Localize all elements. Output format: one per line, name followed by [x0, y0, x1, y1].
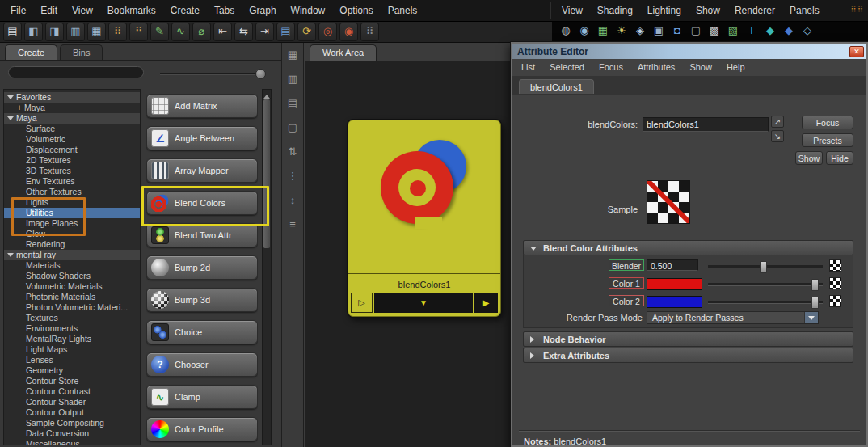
- section-blend-color-attributes[interactable]: Blend Color Attributes: [523, 240, 853, 255]
- scrollbar[interactable]: [262, 89, 272, 445]
- select-output-connection-icon[interactable]: ↗: [771, 116, 784, 128]
- color1-slider[interactable]: [708, 283, 823, 286]
- tree-item-materials[interactable]: Materials: [4, 260, 140, 271]
- tab-bins[interactable]: Bins: [60, 44, 103, 61]
- menu-create[interactable]: Create: [163, 0, 207, 20]
- connect-nodes-icon[interactable]: ∿: [171, 23, 190, 41]
- refresh-swatches-icon[interactable]: ⟳: [297, 23, 316, 41]
- node-button-chooser[interactable]: ? Chooser: [146, 352, 258, 377]
- textured-view-icon[interactable]: ▦: [595, 23, 611, 40]
- color1-map-checker-icon[interactable]: [829, 277, 841, 289]
- panel-menu-lighting[interactable]: Lighting: [640, 0, 689, 20]
- edit-pen-icon[interactable]: ✎: [150, 23, 169, 41]
- sort-order-icon[interactable]: ⇅: [285, 145, 300, 158]
- blender-map-checker-icon[interactable]: [829, 259, 841, 272]
- color1-swatch[interactable]: [647, 278, 702, 290]
- input-output-connections-icon[interactable]: ⇆: [234, 23, 253, 41]
- tree-item-utilities[interactable]: Utilities: [4, 208, 140, 218]
- blender-attribute-chip[interactable]: Blender: [609, 259, 644, 271]
- tree-item-lenses[interactable]: Lenses: [4, 355, 140, 365]
- create-new-document-icon[interactable]: ▤: [3, 23, 22, 41]
- use-lighting-icon[interactable]: ☀: [613, 23, 630, 40]
- swatch-grid-icon[interactable]: ⠿: [108, 23, 127, 41]
- tree-item-3d-textures[interactable]: 3D Textures: [4, 166, 140, 176]
- tree-item-glow[interactable]: Glow: [4, 229, 140, 239]
- swatch-grid-large-icon[interactable]: ▦: [285, 48, 300, 61]
- ae-menu-help[interactable]: Help: [719, 59, 752, 75]
- swatch-size-slider[interactable]: [160, 73, 263, 75]
- menu-options[interactable]: Options: [332, 0, 380, 20]
- node-button-array-mapper[interactable]: Array Mapper: [146, 158, 258, 183]
- input-connections-icon[interactable]: ⇤: [213, 23, 232, 41]
- filter-icon[interactable]: ⋮: [285, 170, 300, 183]
- menu-bookmarks[interactable]: Bookmarks: [100, 0, 163, 20]
- attribute-editor-titlebar[interactable]: Attribute Editor ✕: [512, 44, 866, 59]
- scrollbar-thumb[interactable]: [263, 99, 270, 248]
- material-sample-swatch[interactable]: [647, 180, 690, 224]
- ae-menu-attributes[interactable]: Attributes: [630, 59, 682, 75]
- tab-create[interactable]: Create: [5, 44, 57, 61]
- list-menu-icon[interactable]: ≡: [285, 218, 300, 231]
- blend-colors-node[interactable]: blendColors1 ▷ ▼ ▶: [348, 120, 501, 317]
- ae-menu-list[interactable]: List: [514, 59, 542, 75]
- node-button-clamp[interactable]: ∿ Clamp: [146, 385, 258, 409]
- tree-item-lights[interactable]: Lights: [4, 197, 140, 208]
- panel-menu-panels[interactable]: Panels: [782, 0, 827, 20]
- layout-split-rows-icon[interactable]: ▥: [66, 23, 85, 41]
- output-connections-icon[interactable]: ⇥: [255, 23, 274, 41]
- camera-view-icon[interactable]: ▣: [651, 23, 667, 40]
- checker-background-icon[interactable]: ▩: [706, 23, 723, 40]
- tree-item-photonic-materials[interactable]: Photonic Materials: [4, 292, 140, 302]
- tree-item-miscellaneous[interactable]: Miscellaneous: [4, 439, 140, 445]
- color2-map-checker-icon[interactable]: [829, 295, 841, 307]
- safe-display-icon[interactable]: ▧: [725, 23, 741, 40]
- menu-window[interactable]: Window: [284, 0, 333, 20]
- menu-edit[interactable]: Edit: [33, 0, 65, 20]
- isolate-select-icon[interactable]: ◈: [632, 23, 648, 40]
- node-button-bump-2d[interactable]: Bump 2d: [146, 255, 258, 280]
- node-button-choice[interactable]: Choice: [146, 320, 258, 344]
- node-expand-button[interactable]: ▷: [351, 293, 373, 313]
- node-button-bump-3d[interactable]: Bump 3d: [146, 288, 258, 312]
- tree-item-image-planes[interactable]: Image Planes: [4, 218, 140, 229]
- disconnect-nodes-icon[interactable]: ⌀: [192, 23, 211, 41]
- layout-split-horizontal-icon[interactable]: ◨: [45, 23, 64, 41]
- tree-category-mental-ray[interactable]: mental ray: [4, 250, 140, 260]
- rearrange-graph-icon[interactable]: ◉: [339, 23, 358, 41]
- render-pass-mode-dropdown[interactable]: Apply to Render Passes: [647, 311, 819, 324]
- node-button-blend-two-attr[interactable]: Blend Two Attr: [146, 223, 258, 247]
- blender-slider-handle[interactable]: [760, 261, 767, 273]
- color2-swatch[interactable]: [647, 296, 702, 308]
- layout-single-icon[interactable]: ◧: [24, 23, 43, 41]
- blender-value-field[interactable]: 0.500: [647, 259, 698, 271]
- slider-knob[interactable]: [255, 69, 266, 79]
- node-output-button[interactable]: ▶: [474, 293, 498, 313]
- menu-tabs[interactable]: Tabs: [207, 0, 242, 20]
- show-button[interactable]: Show: [795, 151, 823, 165]
- tab-work-area[interactable]: Work Area: [310, 44, 377, 61]
- node-swatch-toggle-button[interactable]: ▼: [374, 293, 473, 313]
- search-input[interactable]: [8, 66, 144, 78]
- node-name-field[interactable]: blendColors1: [643, 117, 769, 132]
- swatch-grid-medium-icon[interactable]: ▥: [285, 73, 300, 86]
- tree-item-surface[interactable]: Surface: [4, 124, 140, 134]
- panel-menu-show[interactable]: Show: [689, 0, 727, 20]
- tree-item-textures[interactable]: Textures: [4, 313, 140, 323]
- tree-item-rendering[interactable]: Rendering: [4, 239, 140, 250]
- swatch-list-icon[interactable]: ▤: [285, 97, 300, 110]
- clear-graph-icon[interactable]: ◎: [318, 23, 337, 41]
- scroll-up-icon[interactable]: [263, 90, 271, 99]
- cube-light-icon[interactable]: ◇: [799, 23, 815, 40]
- tree-item-2d-textures[interactable]: 2D Textures: [4, 155, 140, 166]
- tab-blendcolors1[interactable]: blendColors1: [519, 79, 594, 94]
- menu-view[interactable]: View: [65, 0, 100, 20]
- select-input-connection-icon[interactable]: ↘: [771, 130, 784, 142]
- node-button-angle-between[interactable]: ∠ Angle Between: [146, 126, 258, 150]
- tree-item-light-maps[interactable]: Light Maps: [4, 344, 140, 355]
- tree-item-contour-output[interactable]: Contour Output: [4, 407, 140, 418]
- node-button-color-profile[interactable]: Color Profile: [146, 417, 258, 441]
- book-icon[interactable]: ▤: [276, 23, 295, 41]
- tree-item-env-textures[interactable]: Env Textures: [4, 176, 140, 187]
- tree-item-photon-volumetric-materials[interactable]: Photon Volumetric Materi...: [4, 302, 140, 313]
- resolution-gate-icon[interactable]: ◘: [669, 23, 685, 40]
